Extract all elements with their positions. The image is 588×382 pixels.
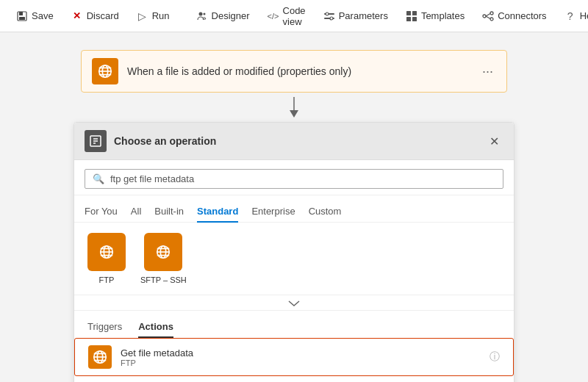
svg-line-17: [486, 16, 490, 19]
connector-sftp[interactable]: SFTP – SSH: [140, 233, 187, 284]
sub-tab-triggers[interactable]: Triggers: [87, 318, 122, 338]
parameters-icon: [323, 10, 335, 22]
templates-label: Templates: [421, 10, 465, 21]
toolbar-designer[interactable]: Designer: [189, 6, 257, 26]
discard-icon: ✕: [71, 10, 83, 22]
connector-sftp-label: SFTP – SSH: [140, 275, 187, 284]
svg-point-3: [198, 12, 202, 15]
svg-rect-2: [19, 17, 25, 20]
dialog-header: Choose an operation ✕: [74, 123, 514, 160]
toolbar-help[interactable]: ? Help: [557, 6, 588, 26]
dialog-header-icon: [85, 130, 107, 152]
svg-line-16: [486, 13, 490, 16]
search-section: 🔍: [74, 160, 514, 195]
tab-builtin[interactable]: Built-in: [154, 201, 184, 223]
help-icon: ?: [564, 10, 576, 22]
dialog-title: Choose an operation: [114, 135, 478, 147]
connectors-label: Connectors: [498, 10, 546, 21]
search-box[interactable]: 🔍: [85, 169, 503, 189]
action-text-1: Get file metadata FTP: [121, 347, 481, 367]
connector-sftp-icon: [144, 233, 182, 271]
toolbar: Save ✕ Discard ▷ Run Designer </> Code v…: [0, 0, 588, 32]
sub-tabs: Triggers Actions: [74, 311, 514, 338]
tab-all[interactable]: All: [131, 201, 141, 223]
svg-rect-12: [412, 17, 417, 21]
toolbar-run[interactable]: ▷ Run: [129, 6, 177, 26]
designer-label: Designer: [212, 10, 250, 21]
action-info-icon-1[interactable]: ⓘ: [490, 350, 500, 364]
step-arrow: [44, 93, 544, 122]
connector-ftp-icon: [87, 233, 126, 271]
run-icon: ▷: [137, 10, 148, 22]
tab-standard[interactable]: Standard: [197, 201, 238, 223]
action-item-get-file-metadata-path[interactable]: Get file metadata using path FTP ⓘ: [74, 376, 514, 382]
action-list: Get file metadata FTP ⓘ Get file me: [74, 338, 514, 382]
save-icon: [16, 10, 28, 22]
svg-rect-1: [19, 12, 23, 15]
svg-point-13: [483, 15, 486, 18]
action-item-get-file-metadata[interactable]: Get file metadata FTP ⓘ: [74, 338, 514, 376]
toolbar-discard[interactable]: ✕ Discard: [64, 6, 126, 26]
action-sub-1: FTP: [121, 358, 481, 367]
connectors-icon: [482, 10, 494, 22]
tab-foryou[interactable]: For You: [85, 201, 118, 223]
run-label: Run: [152, 10, 170, 21]
toolbar-parameters[interactable]: Parameters: [316, 6, 395, 26]
discard-label: Discard: [87, 10, 119, 21]
trigger-block: When a file is added or modified (proper…: [81, 50, 507, 93]
code-icon: </>: [268, 10, 279, 22]
svg-point-4: [203, 12, 205, 15]
sub-tab-actions[interactable]: Actions: [138, 318, 173, 338]
codeview-label: Code view: [283, 5, 306, 27]
collapse-button[interactable]: [74, 295, 514, 311]
toolbar-save[interactable]: Save: [9, 6, 61, 26]
tab-custom[interactable]: Custom: [309, 201, 342, 223]
svg-point-14: [490, 12, 493, 15]
svg-rect-9: [406, 11, 411, 15]
trigger-more-button[interactable]: ···: [479, 64, 496, 79]
search-input[interactable]: [110, 173, 495, 184]
toolbar-connectors[interactable]: Connectors: [475, 6, 553, 26]
trigger-text: When a file is added or modified (proper…: [127, 65, 470, 77]
trigger-icon: [92, 58, 118, 84]
svg-point-7: [326, 12, 329, 15]
help-label: Help: [580, 10, 588, 21]
toolbar-templates[interactable]: Templates: [398, 6, 472, 26]
canvas: When a file is added or modified (proper…: [0, 32, 588, 382]
toolbar-codeview[interactable]: </> Code view: [260, 1, 313, 32]
svg-marker-24: [290, 110, 298, 118]
svg-point-8: [330, 17, 333, 20]
templates-icon: [406, 10, 417, 22]
dialog-close-button[interactable]: ✕: [485, 133, 503, 150]
save-label: Save: [32, 10, 54, 21]
designer-icon: [196, 10, 208, 22]
action-ftp-icon-1: [88, 345, 112, 369]
search-icon: 🔍: [93, 173, 104, 184]
svg-rect-10: [412, 11, 417, 15]
svg-rect-11: [406, 17, 411, 21]
connector-ftp-label: FTP: [99, 275, 115, 284]
parameters-label: Parameters: [339, 10, 388, 21]
operation-dialog: Choose an operation ✕ 🔍 For You All Buil…: [74, 122, 514, 382]
connector-ftp[interactable]: FTP: [87, 233, 126, 284]
action-name-1: Get file metadata: [121, 347, 481, 358]
tab-enterprise[interactable]: Enterprise: [251, 201, 295, 223]
connectors-row: FTP SFTP – SSH: [74, 223, 514, 295]
category-tabs: For You All Built-in Standard Enterprise…: [74, 195, 514, 223]
svg-point-15: [490, 18, 493, 21]
